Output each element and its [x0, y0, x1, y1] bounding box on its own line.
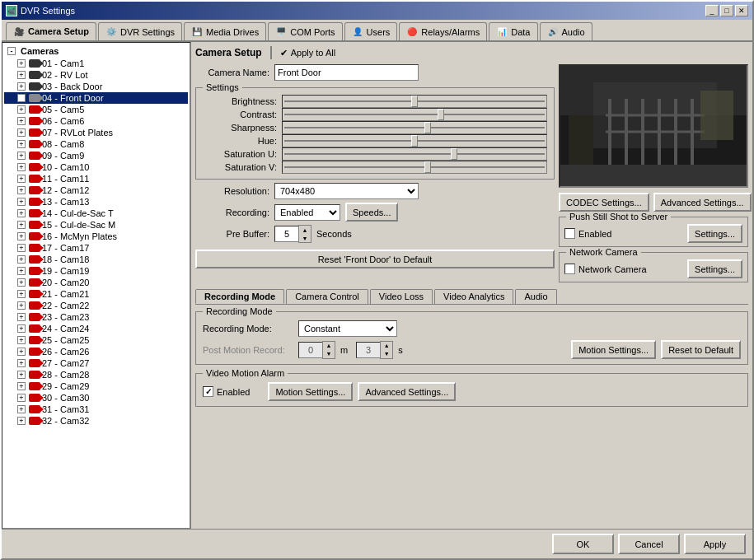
- tab-media-drives[interactable]: 💾 Media Drives: [184, 22, 266, 40]
- camera-list-item[interactable]: +09 - Cam9: [4, 150, 188, 161]
- speeds-button[interactable]: Speeds...: [345, 203, 398, 222]
- camera-expand-icon[interactable]: +: [17, 128, 26, 137]
- sharpness-thumb[interactable]: [424, 122, 431, 133]
- contrast-slider[interactable]: [282, 108, 547, 121]
- post-motion-s-down[interactable]: ▼: [381, 350, 392, 358]
- camera-expand-icon[interactable]: +: [17, 163, 26, 171]
- camera-list-item[interactable]: +06 - Cam6: [4, 115, 188, 127]
- inner-tab-recording-mode[interactable]: Recording Mode: [195, 289, 284, 304]
- camera-expand-icon[interactable]: +: [17, 371, 26, 379]
- brightness-slider[interactable]: [282, 95, 547, 108]
- apply-button[interactable]: Apply: [684, 534, 746, 554]
- camera-list-item[interactable]: +32 - Cam32: [4, 415, 188, 427]
- cameras-expand[interactable]: -: [7, 47, 16, 55]
- camera-list-item[interactable]: +29 - Cam29: [4, 380, 188, 392]
- camera-list-item[interactable]: +10 - Cam10: [4, 161, 188, 173]
- push-still-enabled-label[interactable]: Enabled: [564, 228, 611, 239]
- tab-relays-alarms[interactable]: 🔴 Relays/Alarms: [399, 22, 487, 40]
- inner-tab-audio[interactable]: Audio: [515, 289, 556, 304]
- camera-list-item[interactable]: +02 - RV Lot: [4, 69, 188, 81]
- cancel-button[interactable]: Cancel: [618, 534, 680, 554]
- hue-thumb[interactable]: [411, 135, 418, 147]
- tab-data[interactable]: 📊 Data: [489, 22, 537, 40]
- camera-list-item[interactable]: +17 - Cam17: [4, 242, 188, 254]
- camera-expand-icon[interactable]: +: [17, 348, 26, 356]
- camera-expand-icon[interactable]: +: [17, 117, 26, 125]
- inner-tab-video-analytics[interactable]: Video Analytics: [434, 289, 513, 304]
- pre-buffer-up[interactable]: ▲: [299, 226, 311, 234]
- advanced-settings-button[interactable]: Advanced Settings...: [653, 193, 752, 212]
- camera-list-item[interactable]: +31 - Cam31: [4, 404, 188, 415]
- camera-expand-icon[interactable]: +: [17, 186, 26, 194]
- network-cam-settings-button[interactable]: Settings...: [687, 259, 742, 278]
- alarm-advanced-settings-button[interactable]: Advanced Settings...: [358, 382, 456, 401]
- camera-expand-icon[interactable]: +: [17, 232, 26, 240]
- saturation-u-thumb[interactable]: [451, 148, 457, 160]
- camera-expand-icon[interactable]: +: [17, 105, 26, 114]
- apply-to-all-button[interactable]: ✔ Apply to All: [280, 48, 335, 58]
- pre-buffer-down[interactable]: ▼: [299, 234, 311, 242]
- post-motion-s-input[interactable]: [356, 342, 381, 358]
- camera-expand-icon[interactable]: +: [17, 209, 26, 217]
- tab-camera-setup[interactable]: 🎥 Camera Setup: [6, 22, 96, 40]
- camera-list-item[interactable]: +05 - Cam5: [4, 104, 188, 115]
- motion-settings-button[interactable]: Motion Settings...: [571, 340, 656, 359]
- contrast-thumb[interactable]: [438, 109, 444, 120]
- sharpness-slider[interactable]: [282, 121, 547, 134]
- close-button[interactable]: ✕: [735, 5, 748, 16]
- camera-list-item[interactable]: +27 - Cam27: [4, 357, 188, 369]
- tab-dvr-settings[interactable]: ⚙️ DVR Settings: [98, 22, 182, 40]
- inner-tab-video-loss[interactable]: Video Loss: [370, 289, 433, 304]
- camera-list-item[interactable]: +28 - Cam28: [4, 369, 188, 380]
- camera-list-item[interactable]: +21 - Cam21: [4, 288, 188, 300]
- camera-expand-icon[interactable]: +: [17, 324, 26, 333]
- camera-list-item[interactable]: +30 - Cam30: [4, 392, 188, 404]
- recording-mode-select[interactable]: Constant Motion Scheduled No Recording: [298, 320, 397, 337]
- push-still-settings-button[interactable]: Settings...: [687, 224, 742, 243]
- camera-expand-icon[interactable]: +: [17, 394, 26, 402]
- camera-expand-icon[interactable]: +: [17, 140, 26, 148]
- camera-expand-icon[interactable]: +: [17, 382, 26, 390]
- camera-list-item[interactable]: +18 - Cam18: [4, 254, 188, 265]
- post-motion-s-up[interactable]: ▲: [381, 342, 392, 350]
- reset-camera-button[interactable]: Reset 'Front Door' to Default: [195, 250, 555, 268]
- minimize-button[interactable]: _: [705, 5, 719, 16]
- post-motion-m-input[interactable]: [298, 342, 323, 358]
- post-motion-m-down[interactable]: ▼: [323, 350, 335, 358]
- camera-list-item[interactable]: +14 - Cul-de-Sac T: [4, 208, 188, 219]
- camera-list-item[interactable]: +03 - Back Door: [4, 81, 188, 92]
- saturation-u-slider[interactable]: [282, 147, 547, 161]
- maximize-button[interactable]: □: [720, 5, 733, 16]
- camera-list-item[interactable]: +11 - Cam11: [4, 173, 188, 184]
- camera-expand-icon[interactable]: +: [17, 290, 26, 298]
- camera-list-item[interactable]: +22 - Cam22: [4, 300, 188, 311]
- camera-list-item[interactable]: +23 - Cam23: [4, 311, 188, 323]
- post-motion-m-up[interactable]: ▲: [323, 342, 335, 350]
- camera-expand-icon[interactable]: +: [17, 301, 26, 310]
- camera-expand-icon[interactable]: +: [17, 221, 26, 229]
- motion-alarm-enabled-label[interactable]: Enabled: [203, 386, 250, 397]
- saturation-v-thumb[interactable]: [424, 161, 431, 173]
- camera-list-item[interactable]: +24 - Cam24: [4, 323, 188, 334]
- tab-users[interactable]: 👤 Users: [344, 22, 398, 40]
- hue-slider[interactable]: [282, 134, 547, 147]
- camera-expand-icon[interactable]: +: [17, 82, 26, 91]
- ok-button[interactable]: OK: [552, 534, 614, 554]
- recording-select[interactable]: Enabled Disabled: [274, 204, 340, 221]
- camera-list-item[interactable]: +04 - Front Door: [4, 92, 188, 104]
- push-still-checkbox[interactable]: [564, 228, 575, 239]
- camera-list-item[interactable]: +25 - Cam25: [4, 334, 188, 346]
- camera-expand-icon[interactable]: +: [17, 267, 26, 275]
- camera-list-item[interactable]: +20 - Cam20: [4, 277, 188, 288]
- camera-expand-icon[interactable]: +: [17, 59, 26, 68]
- camera-expand-icon[interactable]: +: [17, 94, 26, 102]
- tab-com-ports[interactable]: 🖥️ COM Ports: [268, 22, 342, 40]
- brightness-thumb[interactable]: [411, 96, 418, 107]
- camera-expand-icon[interactable]: +: [17, 244, 26, 252]
- saturation-v-slider[interactable]: [282, 161, 547, 174]
- camera-expand-icon[interactable]: +: [17, 336, 26, 344]
- camera-expand-icon[interactable]: +: [17, 359, 26, 367]
- motion-alarm-checkbox[interactable]: [203, 386, 213, 397]
- camera-list-item[interactable]: +08 - Cam8: [4, 138, 188, 150]
- camera-expand-icon[interactable]: +: [17, 255, 26, 264]
